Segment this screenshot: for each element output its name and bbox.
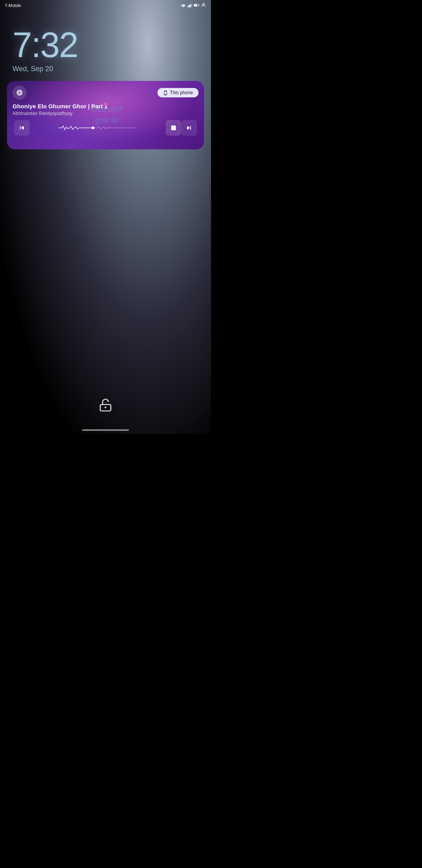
carrier-label: T-Mobile xyxy=(5,3,21,8)
svg-point-11 xyxy=(105,407,107,409)
lock-icon-container[interactable] xyxy=(96,396,115,414)
account-icon[interactable] xyxy=(201,2,206,9)
signal-icon xyxy=(188,3,192,8)
stop-button[interactable] xyxy=(166,120,181,136)
media-controls xyxy=(13,120,198,136)
svg-rect-3 xyxy=(191,3,192,7)
this-phone-label: This phone xyxy=(170,90,193,95)
media-player-card: ঘনিয়ে এলোঘুমের ঘর This phone xyxy=(7,81,204,149)
unlock-lock-icon[interactable] xyxy=(96,396,115,414)
svg-rect-2 xyxy=(190,4,191,7)
time-section: 7:32 Wed, Sep 20 xyxy=(0,27,211,73)
home-indicator xyxy=(82,429,129,431)
date-display: Wed, Sep 20 xyxy=(13,65,211,73)
battery-icon xyxy=(194,3,199,8)
song-artist: Abhinandan Bandyopadhyay xyxy=(13,111,198,116)
waveform-row[interactable] xyxy=(34,124,162,132)
previous-button[interactable] xyxy=(14,120,30,136)
status-bar: T-Mobile xyxy=(0,0,211,11)
this-phone-chip: This phone xyxy=(157,88,198,97)
waveform-svg xyxy=(34,124,162,132)
progress-dot xyxy=(104,102,107,106)
svg-rect-6 xyxy=(194,4,197,6)
status-icons xyxy=(181,2,206,9)
wifi-icon xyxy=(181,3,186,8)
svg-rect-1 xyxy=(189,5,190,7)
media-app-icon xyxy=(13,86,27,100)
media-card-top-row: This phone xyxy=(13,86,198,100)
svg-point-7 xyxy=(203,3,205,5)
next-button[interactable] xyxy=(181,120,197,136)
media-card-content: This phone Ghoniye Elo Ghumer Ghor | Par… xyxy=(7,81,204,140)
lock-screen: 7:32 Wed, Sep 20 ঘনিয়ে এলোঘুমের ঘর xyxy=(0,0,211,434)
time-display: 7:32 xyxy=(13,27,211,63)
svg-rect-9 xyxy=(171,126,176,130)
svg-rect-5 xyxy=(198,5,199,6)
svg-rect-0 xyxy=(188,5,189,7)
